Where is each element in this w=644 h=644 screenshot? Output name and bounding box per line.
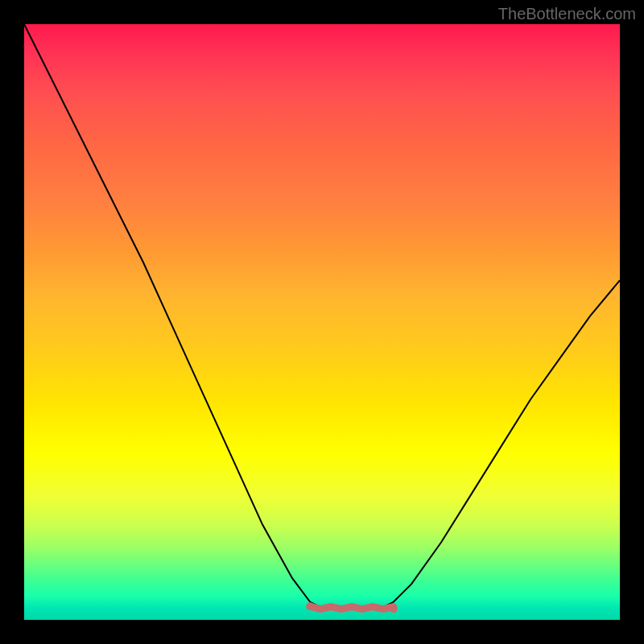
flat-segment-endpoint [390,605,398,613]
chart-svg [24,24,620,620]
flat-segment-highlight [310,606,394,609]
flat-segment-endpoint [306,602,314,610]
watermark-text: TheBottleneck.com [498,5,636,23]
plot-area [24,24,620,620]
bottleneck-curve [24,24,620,608]
chart-container: TheBottleneck.com [0,0,644,644]
